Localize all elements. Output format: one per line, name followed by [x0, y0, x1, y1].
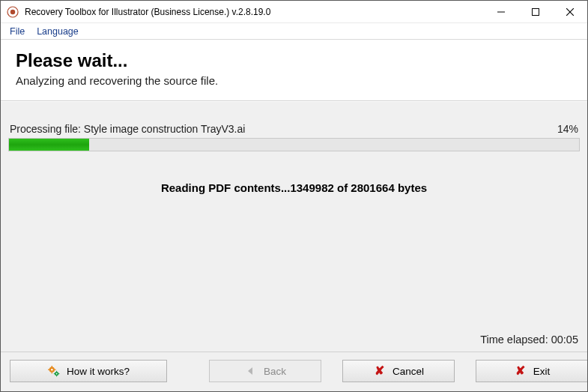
time-elapsed-label: Time elapsed:: [480, 334, 551, 346]
page-title: Please wait...: [16, 50, 574, 71]
page-subtitle: Analyzing and recovering the source file…: [16, 74, 574, 87]
cancel-x-icon: ✘: [373, 364, 387, 378]
svg-rect-14: [56, 371, 57, 373]
gears-icon: [47, 364, 61, 378]
progress-bar: [8, 138, 580, 151]
svg-rect-9: [52, 372, 52, 373]
maximize-button[interactable]: [518, 1, 553, 22]
close-button[interactable]: [553, 1, 587, 22]
back-button: Back: [209, 360, 321, 382]
menu-bar: File Language: [1, 23, 587, 40]
svg-rect-16: [54, 373, 55, 374]
svg-rect-15: [56, 376, 57, 377]
content-area: Processing file: Style image constructio…: [1, 101, 587, 352]
exit-button[interactable]: ✘ Exit: [476, 360, 588, 382]
how-it-works-label: How it works?: [67, 366, 130, 377]
how-it-works-button[interactable]: How it works?: [10, 360, 167, 382]
svg-point-1: [10, 9, 15, 13]
cancel-button[interactable]: ✘ Cancel: [342, 360, 455, 382]
svg-rect-8: [52, 366, 52, 367]
cancel-label: Cancel: [392, 366, 424, 377]
progress-bar-fill: [9, 139, 89, 151]
title-bar: Recovery Toolbox for Illustrator (Busine…: [1, 1, 587, 23]
svg-rect-11: [54, 369, 55, 370]
menu-file[interactable]: File: [5, 25, 29, 38]
svg-rect-3: [533, 8, 539, 15]
processing-filename: Style image construction TrayV3.ai: [84, 123, 246, 135]
window-buttons: [484, 1, 587, 22]
menu-language[interactable]: Language: [32, 25, 83, 38]
svg-rect-10: [48, 369, 49, 370]
svg-point-13: [56, 373, 58, 375]
progress-percent: 14%: [557, 123, 578, 135]
exit-label: Exit: [533, 366, 551, 377]
svg-point-7: [51, 369, 53, 371]
processing-row: Processing file: Style image constructio…: [8, 123, 580, 138]
time-elapsed: Time elapsed: 00:05: [480, 334, 578, 346]
time-elapsed-value: 00:05: [551, 334, 578, 346]
minimize-button[interactable]: [484, 1, 518, 22]
button-bar: How it works? Back ✘ Cancel ✘ Exit: [1, 352, 587, 391]
processing-label-prefix: Processing file:: [10, 123, 84, 135]
back-label: Back: [264, 366, 286, 377]
svg-rect-17: [58, 373, 60, 374]
window-title: Recovery Toolbox for Illustrator (Busine…: [25, 7, 484, 17]
back-arrow-icon: [244, 364, 258, 378]
svg-line-4: [566, 8, 574, 16]
status-text: Reading PDF contents...1349982 of 280166…: [8, 181, 580, 194]
processing-label: Processing file: Style image constructio…: [10, 123, 245, 135]
exit-x-icon: ✘: [514, 364, 527, 378]
app-icon: [7, 6, 19, 18]
header-area: Please wait... Analyzing and recovering …: [1, 40, 587, 101]
svg-line-5: [566, 8, 574, 16]
